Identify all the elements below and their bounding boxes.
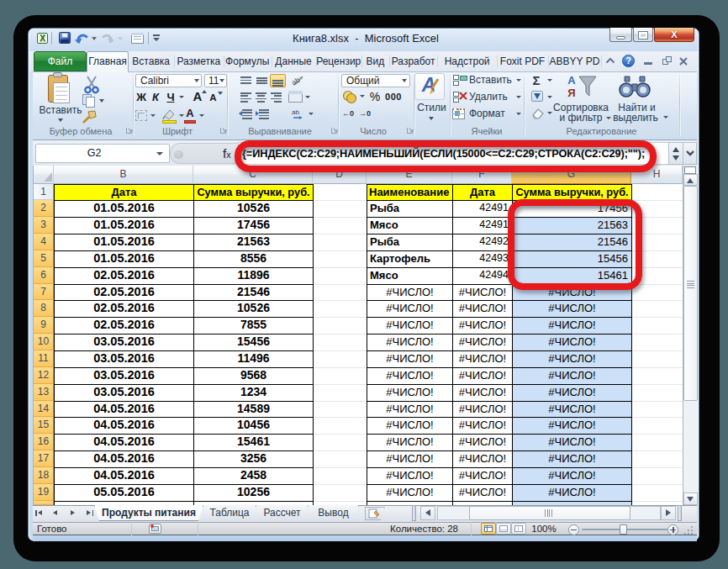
svg-text:ab: ab xyxy=(292,108,299,116)
